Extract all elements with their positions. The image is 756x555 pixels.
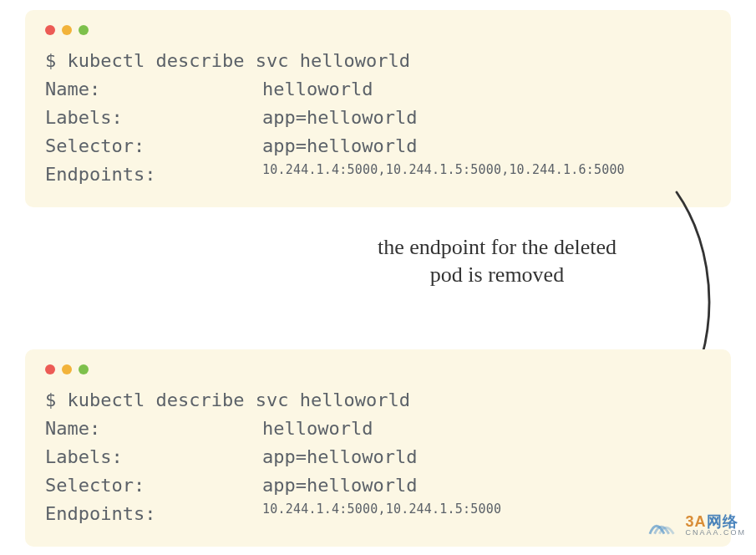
watermark-subtext: CNAAA.COM [685,529,746,537]
close-icon [45,25,55,35]
close-icon [45,364,55,374]
annotation-line-1: the endpoint for the deleted [378,235,616,259]
kv-key: Labels: [45,443,262,471]
kv-row: Name:helloworld [45,415,711,443]
command-line: $ kubectl describe svc helloworld [45,47,711,75]
kv-value: app=helloworld [262,104,417,132]
kv-row: Name:helloworld [45,75,711,104]
kv-value: app=helloworld [262,132,417,160]
watermark-logo-icon [648,513,680,537]
kv-key: Selector: [45,471,262,500]
watermark: 3A网络 CNAAA.COM [648,513,746,537]
kv-key: Name: [45,75,262,104]
kv-key: Name: [45,415,262,443]
minimize-icon [62,364,72,374]
kv-key: Endpoints: [45,500,262,528]
terminal-before: $ kubectl describe svc helloworld Name:h… [25,10,731,207]
kv-value: helloworld [262,415,373,443]
kv-row-endpoints: Endpoints:10.244.1.4:5000,10.244.1.5:500… [45,500,711,528]
watermark-brand-accent: 3A [685,513,706,530]
kv-row-endpoints: Endpoints:10.244.1.4:5000,10.244.1.5:500… [45,160,711,189]
endpoints-value: 10.244.1.4:5000,10.244.1.5:5000,10.244.1… [262,160,625,189]
kv-row: Selector:app=helloworld [45,471,711,500]
terminal-after: $ kubectl describe svc helloworld Name:h… [25,349,731,547]
command-line: $ kubectl describe svc helloworld [45,386,711,415]
kv-value: helloworld [262,75,373,104]
annotation-text: the endpoint for the deleted pod is remo… [334,234,660,288]
zoom-icon [79,25,89,35]
window-traffic-lights [45,364,711,374]
endpoints-value: 10.244.1.4:5000,10.244.1.5:5000 [262,500,501,528]
kv-row: Labels:app=helloworld [45,443,711,471]
annotation-line-2: pod is removed [430,262,564,287]
window-traffic-lights [45,25,711,35]
kv-row: Selector:app=helloworld [45,132,711,160]
kv-key: Selector: [45,132,262,160]
watermark-brand-rest: 网络 [707,513,738,530]
zoom-icon [79,364,89,374]
kv-value: app=helloworld [262,471,417,500]
kv-key: Labels: [45,104,262,132]
minimize-icon [62,25,72,35]
watermark-text: 3A网络 CNAAA.COM [685,514,746,537]
kv-key: Endpoints: [45,160,262,189]
kv-row: Labels:app=helloworld [45,104,711,132]
kv-value: app=helloworld [262,443,417,471]
